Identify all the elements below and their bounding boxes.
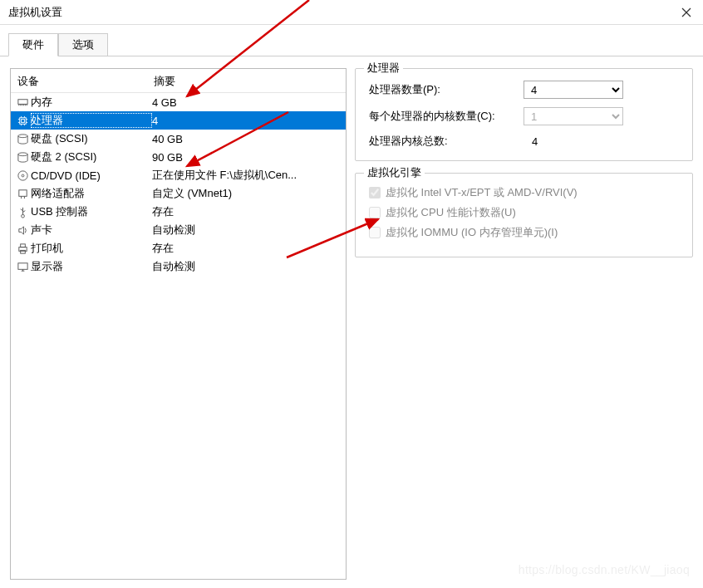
device-summary: 4 [152, 115, 341, 127]
device-summary: 正在使用文件 F:\虚拟机\Cen... [152, 168, 341, 183]
printer-icon [14, 243, 31, 255]
svg-point-22 [22, 174, 24, 177]
device-row[interactable]: 网络适配器 自定义 (VMnet1) [11, 184, 346, 203]
device-list-panel: 设备 摘要 内存 4 GB 处理器 4 硬盘 (SCSI) 40 GB 硬盘 2… [10, 68, 347, 580]
total-cores-value: 4 [524, 135, 623, 148]
svg-point-21 [17, 170, 27, 179]
device-name: 打印机 [31, 241, 152, 256]
virt-cpu-perf-label: 虚拟化 CPU 性能计数器(U) [386, 205, 516, 220]
device-row[interactable]: 显示器 自动检测 [11, 257, 346, 276]
device-name: 硬盘 (SCSI) [31, 131, 152, 146]
device-row[interactable]: 声卡 自动检测 [11, 221, 346, 239]
device-name: 内存 [31, 95, 152, 110]
close-icon[interactable] [678, 4, 695, 21]
virtualization-group: 虚拟化引擎 虚拟化 Intel VT-x/EPT 或 AMD-V/RVI(V) … [355, 173, 693, 257]
device-name: USB 控制器 [31, 204, 152, 219]
svg-rect-2 [17, 99, 27, 104]
processor-count-select[interactable]: 4 [524, 81, 623, 99]
cores-per-processor-select[interactable]: 1 [524, 107, 623, 125]
device-row[interactable]: 内存 4 GB [11, 93, 346, 111]
svg-rect-23 [18, 189, 26, 196]
watermark: https://blog.csdn.net/KW__jiaoq [519, 563, 690, 576]
sound-icon [14, 224, 31, 237]
svg-point-20 [17, 152, 27, 155]
device-name: 网络适配器 [31, 186, 152, 201]
svg-point-26 [21, 214, 24, 218]
svg-rect-9 [19, 117, 26, 124]
device-name: 声卡 [31, 223, 152, 238]
device-summary: 存在 [152, 204, 341, 219]
processor-group-legend: 处理器 [364, 61, 403, 76]
device-summary: 自定义 (VMnet1) [152, 186, 341, 201]
device-name: 处理器 [31, 113, 152, 128]
virt-iommu-checkbox[interactable] [369, 227, 381, 238]
device-row[interactable]: 硬盘 2 (SCSI) 90 GB [11, 148, 346, 166]
device-summary: 40 GB [152, 133, 341, 145]
processor-group: 处理器 处理器数量(P): 4 每个处理器的内核数量(C): 1 处理器内核总数… [355, 68, 693, 161]
virt-vt-checkbox[interactable] [369, 187, 381, 198]
device-row[interactable]: USB 控制器 存在 [11, 203, 346, 221]
total-cores-label: 处理器内核总数: [369, 134, 524, 149]
device-summary: 自动检测 [152, 223, 341, 238]
column-header-device: 设备 [17, 74, 154, 89]
tab-options[interactable]: 选项 [58, 33, 108, 56]
svg-rect-10 [21, 119, 24, 122]
device-summary: 存在 [152, 241, 341, 256]
memory-icon [14, 96, 31, 109]
cd-icon [14, 169, 31, 182]
device-row[interactable]: CD/DVD (IDE) 正在使用文件 F:\虚拟机\Cen... [11, 166, 346, 184]
usb-icon [14, 206, 31, 218]
tab-hardware[interactable]: 硬件 [8, 33, 58, 56]
net-icon [14, 188, 31, 200]
disk-icon [14, 133, 31, 145]
column-header-summary: 摘要 [154, 74, 341, 89]
disk-icon [14, 151, 31, 164]
svg-rect-31 [20, 243, 25, 247]
svg-rect-33 [17, 262, 27, 269]
device-summary: 90 GB [152, 151, 341, 164]
device-row[interactable]: 处理器 4 [11, 111, 346, 130]
cores-per-processor-label: 每个处理器的内核数量(C): [369, 109, 524, 124]
virtualization-group-legend: 虚拟化引擎 [364, 165, 425, 180]
window-title: 虚拟机设置 [8, 5, 62, 20]
device-name: 显示器 [31, 259, 152, 274]
device-row[interactable]: 打印机 存在 [11, 239, 346, 257]
virt-cpu-perf-checkbox[interactable] [369, 207, 381, 218]
display-icon [14, 261, 31, 273]
virt-iommu-label: 虚拟化 IOMMU (IO 内存管理单元)(I) [386, 225, 558, 240]
device-name: 硬盘 2 (SCSI) [31, 149, 152, 164]
settings-panel: 处理器 处理器数量(P): 4 每个处理器的内核数量(C): 1 处理器内核总数… [355, 68, 693, 580]
device-row[interactable]: 硬盘 (SCSI) 40 GB [11, 130, 346, 148]
processor-count-label: 处理器数量(P): [369, 82, 524, 97]
device-summary: 4 GB [152, 96, 341, 109]
svg-point-19 [17, 134, 27, 137]
tab-strip: 硬件 选项 [0, 32, 703, 56]
virt-vt-label: 虚拟化 Intel VT-x/EPT 或 AMD-V/RVI(V) [386, 185, 578, 200]
device-name: CD/DVD (IDE) [31, 169, 152, 182]
device-summary: 自动检测 [152, 259, 341, 274]
cpu-icon [14, 115, 31, 127]
